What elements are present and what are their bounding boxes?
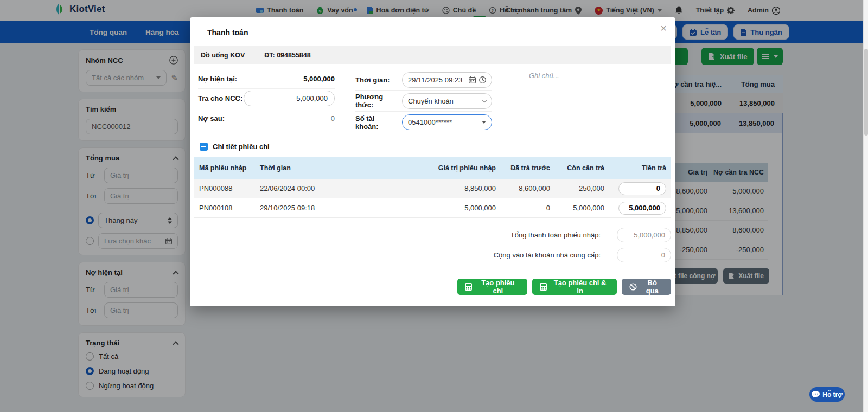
account-select[interactable]: 0541000******: [402, 114, 492, 130]
payment-modal: Thanh toán × Đồ uống KOV ĐT: 094855848 N…: [190, 17, 675, 306]
detail-section-header: Chi tiết phiếu chi: [200, 143, 270, 151]
caret-down-icon: [482, 121, 486, 124]
close-icon[interactable]: ×: [660, 23, 667, 34]
table-row: PN000108 29/10/2025 09:18 5,000,000 0 5,…: [194, 198, 671, 218]
supplier-info-bar: Đồ uống KOV ĐT: 094855848: [194, 46, 671, 64]
calendar-icon[interactable]: [469, 76, 476, 83]
modal-actions: Tạo phiếu chi Tạo phiếu chi & In Bỏ qua: [457, 279, 671, 295]
section-title: Chi tiết phiếu chi: [213, 143, 270, 151]
chat-bubble-icon: [812, 391, 820, 398]
prohibition-icon: [629, 283, 637, 291]
calculator-icon: [465, 283, 472, 291]
create-voucher-button[interactable]: Tạo phiếu chi: [457, 279, 527, 295]
debt-after-value: 0: [244, 114, 335, 123]
receipt-table-header: Mã phiếu nhập Thời gian Giá trị phiếu nh…: [194, 157, 671, 179]
datetime-input[interactable]: 29/11/2025 09:23: [402, 72, 492, 88]
clock-icon[interactable]: [479, 76, 486, 83]
checkbox-indeterminate-icon[interactable]: [200, 143, 208, 151]
credit-account-input[interactable]: 0: [617, 248, 671, 262]
current-debt-value: 5,000,000: [244, 75, 335, 83]
payment-method-select[interactable]: Chuyển khoản: [402, 93, 492, 109]
calculator-icon: [540, 283, 547, 291]
scrollbar-thumb[interactable]: [864, 49, 868, 136]
page-scrollbar[interactable]: [863, 0, 868, 412]
supplier-name: Đồ uống KOV: [201, 52, 245, 59]
receipt-table: Mã phiếu nhập Thời gian Giá trị phiếu nh…: [194, 157, 671, 218]
total-payment-row: Tổng thanh toán phiếu nhập: 5,000,000: [418, 228, 671, 242]
create-voucher-print-button[interactable]: Tạo phiếu chi & In: [532, 279, 617, 295]
supplier-phone: ĐT: 094855848: [264, 52, 310, 59]
note-divider: [513, 69, 513, 114]
debt-summary: Nợ hiện tại: 5,000,000 Trả cho NCC: 5,00…: [198, 69, 335, 128]
support-fab-button[interactable]: Hỗ trợ: [809, 387, 845, 402]
payment-options: Thời gian: 29/11/2025 09:23 Phương thức:…: [355, 69, 492, 133]
modal-title: Thanh toán: [207, 28, 248, 37]
pay-amount-input[interactable]: 5,000,000: [244, 91, 335, 106]
note-input[interactable]: Ghi chú...: [529, 72, 559, 80]
table-row: PN000088 22/06/2024 00:00 8,850,000 8,60…: [194, 179, 671, 198]
total-payment-input[interactable]: 5,000,000: [617, 228, 671, 242]
chevron-down-icon: [482, 98, 487, 102]
credit-account-row: Cộng vào tài khoản nhà cung cấp: 0: [418, 248, 671, 262]
pay-input[interactable]: 5,000,000: [618, 202, 666, 215]
pay-input[interactable]: 0: [618, 182, 666, 195]
skip-button[interactable]: Bỏ qua: [622, 279, 672, 295]
